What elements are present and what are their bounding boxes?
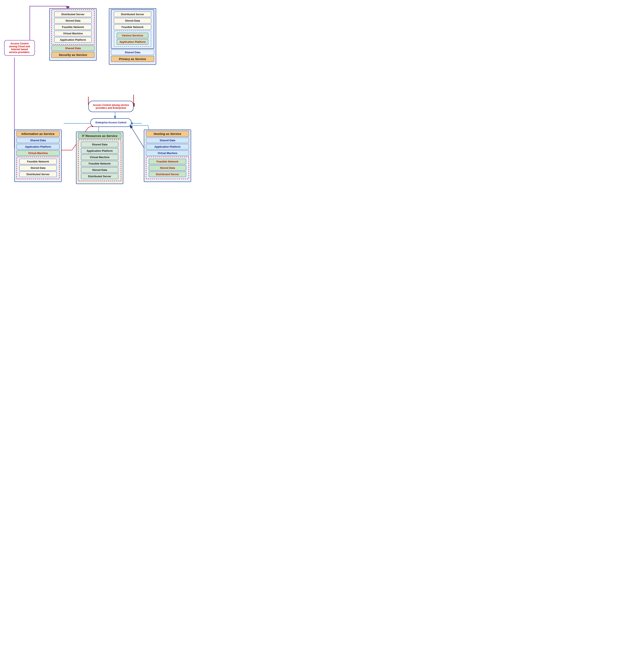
privacy-application-platform: Application Platform xyxy=(117,39,148,45)
security-title: Security as Service xyxy=(51,52,95,58)
it-application-platform: Application Platform xyxy=(81,148,118,153)
privacy-shared-data: Shared Data xyxy=(111,50,154,55)
privacy-various-services: Various Services xyxy=(117,33,148,38)
info-virtual-machine: Virtual Machine xyxy=(17,150,59,156)
privacy-distributed-server: Distributed Server xyxy=(114,11,151,17)
hosting-service-box: Hosting as Service Shared Data Applicati… xyxy=(144,129,191,182)
access-control-sp-node: Access Control among service providers a… xyxy=(89,101,133,112)
info-stored-data: Stored Data xyxy=(19,165,57,171)
info-distributed-server: Distributed Server xyxy=(19,171,57,177)
access-control-cloud-box: Access Control among Cloud and Internet … xyxy=(4,40,35,56)
diagram-container: Access Control among Cloud and Internet … xyxy=(0,0,205,218)
security-shared-data: Shared Data xyxy=(51,45,95,51)
privacy-service-box: Distributed Server Stored Data Feasible … xyxy=(109,8,156,65)
security-application-platform: Application Platform xyxy=(54,37,92,43)
hosting-red-group: Feasible Network Stored Data Distributed… xyxy=(146,157,189,179)
hosting-distributed-server: Distributed Server xyxy=(149,171,186,177)
hosting-shared-data: Shared Data xyxy=(146,138,189,143)
security-service-box: Distributed Server Stored Data Feasible … xyxy=(49,8,97,61)
info-shared-data: Shared Data xyxy=(17,138,59,143)
hosting-application-platform: Application Platform xyxy=(146,144,189,149)
access-control-cloud-text: Access Control among Cloud and Internet … xyxy=(9,42,30,54)
security-virtual-machine: Virtual Machine xyxy=(54,31,92,36)
hosting-stored-data: Stored Data xyxy=(149,165,186,171)
information-service-box: Information as Service Shared Data Appli… xyxy=(15,129,61,182)
privacy-stored-data: Stored Data xyxy=(114,18,151,23)
security-feasible-network: Feasible Network xyxy=(54,24,92,30)
hosting-virtual-machine: Virtual Machine xyxy=(146,150,189,156)
info-application-platform: Application Platform xyxy=(17,144,59,149)
it-shared-data: Shared Data xyxy=(81,142,118,147)
it-resources-title: IT Resources as Service xyxy=(78,133,121,139)
hosting-title: Hosting as Service xyxy=(146,131,189,137)
privacy-title: Privacy as Service xyxy=(111,56,154,62)
privacy-blue-group: Various Services Application Platform xyxy=(114,31,151,47)
it-virtual-machine: Virtual Machine xyxy=(81,154,118,160)
privacy-feasible-network: Feasible Network xyxy=(114,24,151,30)
it-feasible-network: Feasible Network xyxy=(81,161,118,166)
security-distributed-server: Distributed Server xyxy=(54,11,92,17)
it-red-group: Shared Data Application Platform Virtual… xyxy=(78,140,121,181)
security-red-group: Distributed Server Stored Data Feasible … xyxy=(51,9,95,45)
info-feasible-network: Feasible Network xyxy=(19,159,57,164)
info-red-group: Feasible Network Stored Data Distributed… xyxy=(17,157,59,179)
information-title: Information as Service xyxy=(17,131,59,137)
enterprise-ac-node: Enterprise Access Control xyxy=(91,118,131,127)
it-distributed-server: Distributed Server xyxy=(81,173,118,179)
hosting-feasible-network: Feasible Network xyxy=(149,159,186,164)
security-stored-data: Stored Data xyxy=(54,18,92,23)
it-stored-data: Stored Data xyxy=(81,167,118,173)
it-resources-service-box: IT Resources as Service Shared Data Appl… xyxy=(76,131,123,184)
